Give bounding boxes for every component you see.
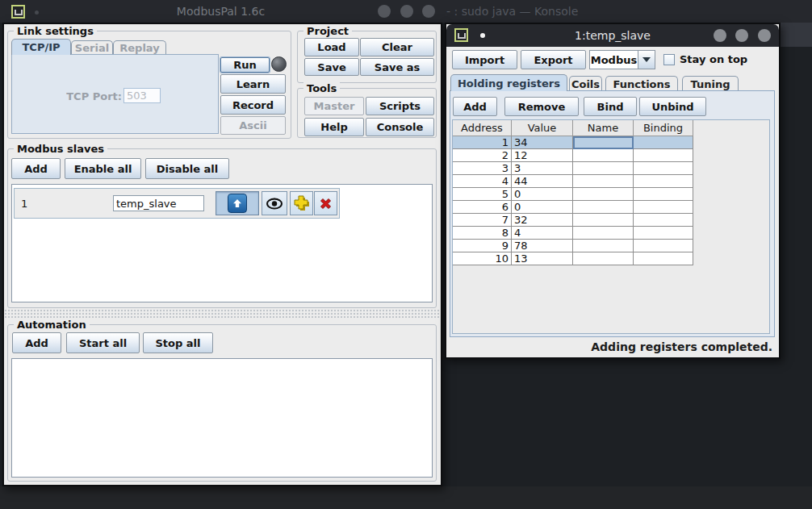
cell-value[interactable]: 78 — [512, 240, 573, 252]
import-button[interactable]: Import — [452, 50, 517, 69]
modbuspal-minimize-button[interactable] — [378, 5, 391, 18]
cell-name[interactable] — [573, 227, 634, 240]
table-row[interactable]: 212 — [453, 149, 769, 162]
cell-address[interactable]: 5 — [453, 188, 512, 201]
slave-delete-button[interactable] — [314, 191, 337, 215]
table-row[interactable]: 1013 — [453, 252, 769, 265]
cell-address[interactable]: 8 — [453, 227, 512, 240]
tab-functions[interactable]: Functions — [605, 76, 678, 91]
bind-button[interactable]: Bind — [584, 97, 637, 116]
cell-address[interactable]: 2 — [453, 149, 512, 162]
tcp-port-input[interactable] — [123, 88, 161, 103]
cell-binding[interactable] — [634, 136, 693, 149]
cell-value[interactable]: 32 — [512, 214, 573, 227]
cell-address[interactable]: 9 — [453, 240, 512, 252]
cell-value[interactable]: 44 — [512, 175, 573, 188]
tab-holding-registers[interactable]: Holding registers — [450, 74, 567, 91]
tab-serial[interactable]: Serial — [71, 40, 113, 55]
column-header-binding[interactable]: Binding — [634, 120, 693, 136]
table-row[interactable]: 732 — [453, 214, 769, 227]
table-row[interactable]: 60 — [453, 201, 769, 214]
master-button[interactable]: Master — [304, 97, 364, 115]
column-header-name[interactable]: Name — [573, 120, 634, 136]
start-all-button[interactable]: Start all — [66, 332, 140, 353]
cell-address[interactable]: 7 — [453, 214, 512, 227]
stop-all-button[interactable]: Stop all — [143, 332, 213, 353]
tab-replay[interactable]: Replay — [113, 40, 166, 55]
record-button[interactable]: Record — [220, 95, 286, 115]
slave-duplicate-button[interactable] — [290, 191, 313, 215]
cell-name[interactable] — [573, 188, 634, 201]
cell-address[interactable]: 4 — [453, 175, 512, 188]
slave-maximize-button[interactable] — [735, 29, 748, 42]
modbuspal-close-button[interactable] — [422, 5, 435, 18]
cell-name[interactable] — [573, 162, 634, 175]
slave-minimize-button[interactable] — [714, 29, 726, 42]
table-row[interactable]: 444 — [453, 175, 769, 188]
add-automation-button[interactable]: Add — [12, 332, 61, 353]
cell-value[interactable]: 3 — [512, 162, 573, 175]
stay-on-top-checkbox[interactable] — [663, 54, 675, 65]
cell-name[interactable] — [573, 214, 634, 227]
table-row[interactable]: 50 — [453, 188, 769, 201]
learn-button[interactable]: Learn — [220, 74, 286, 94]
save-button[interactable]: Save — [304, 58, 359, 76]
cell-value[interactable]: 12 — [512, 149, 573, 162]
ascii-button[interactable]: Ascii — [220, 116, 286, 135]
cell-binding[interactable] — [634, 162, 693, 175]
cell-value[interactable]: 0 — [512, 201, 573, 214]
cell-value[interactable]: 34 — [512, 136, 573, 149]
cell-address[interactable]: 10 — [453, 252, 512, 265]
slave-window-titlebar[interactable]: 1:temp_slave — [446, 24, 779, 47]
cell-name[interactable] — [573, 201, 634, 214]
cell-address[interactable]: 1 — [453, 136, 512, 149]
column-header-value[interactable]: Value — [512, 120, 573, 136]
export-button[interactable]: Export — [521, 50, 586, 69]
load-button[interactable]: Load — [304, 38, 359, 56]
cell-binding[interactable] — [634, 188, 693, 201]
table-row[interactable]: 84 — [453, 227, 769, 240]
cell-binding[interactable] — [634, 240, 693, 252]
cell-name[interactable] — [573, 240, 634, 252]
cell-value[interactable]: 4 — [512, 227, 573, 240]
cell-value[interactable]: 0 — [512, 188, 573, 201]
cell-name[interactable] — [573, 136, 634, 149]
table-row[interactable]: 33 — [453, 162, 769, 175]
column-header-address[interactable]: Address — [453, 120, 512, 136]
slave-view-button[interactable] — [262, 191, 287, 215]
modbus-combobox[interactable]: Modbus — [589, 50, 655, 69]
slave-enable-toggle[interactable] — [216, 191, 259, 215]
slave-close-button[interactable] — [758, 29, 771, 42]
console-button[interactable]: Console — [366, 118, 434, 136]
disable-all-button[interactable]: Disable all — [145, 158, 229, 179]
cell-name[interactable] — [573, 252, 634, 265]
run-button[interactable]: Run — [220, 57, 270, 73]
slave-name-input[interactable] — [113, 195, 204, 211]
table-row[interactable]: 978 — [453, 240, 769, 252]
cell-name[interactable] — [573, 175, 634, 188]
modbuspal-maximize-button[interactable] — [400, 5, 413, 18]
cell-binding[interactable] — [634, 201, 693, 214]
clear-button[interactable]: Clear — [360, 38, 434, 56]
cell-binding[interactable] — [634, 149, 693, 162]
unbind-button[interactable]: Unbind — [639, 97, 706, 116]
add-slave-button[interactable]: Add — [11, 158, 61, 179]
help-button[interactable]: Help — [304, 118, 364, 136]
enable-all-button[interactable]: Enable all — [65, 158, 141, 179]
table-row[interactable]: 134 — [453, 136, 769, 149]
cell-binding[interactable] — [634, 252, 693, 265]
konsole-titlebar[interactable]: - : sudo java — Konsole ModbusPal 1.6c — [0, 0, 812, 23]
tab-tuning[interactable]: Tuning — [682, 76, 739, 91]
tab-tcpip[interactable]: TCP/IP — [11, 39, 71, 55]
add-register-button[interactable]: Add — [453, 97, 497, 116]
scripts-button[interactable]: Scripts — [366, 97, 434, 115]
remove-register-button[interactable]: Remove — [504, 97, 579, 116]
combobox-arrow-button[interactable] — [638, 51, 655, 69]
cell-address[interactable]: 3 — [453, 162, 512, 175]
cell-value[interactable]: 13 — [512, 252, 573, 265]
save-as-button[interactable]: Save as — [360, 58, 434, 76]
cell-binding[interactable] — [634, 175, 693, 188]
cell-name[interactable] — [573, 149, 634, 162]
split-pane-divider[interactable] — [4, 309, 441, 318]
tab-coils[interactable]: Coils — [569, 76, 602, 91]
